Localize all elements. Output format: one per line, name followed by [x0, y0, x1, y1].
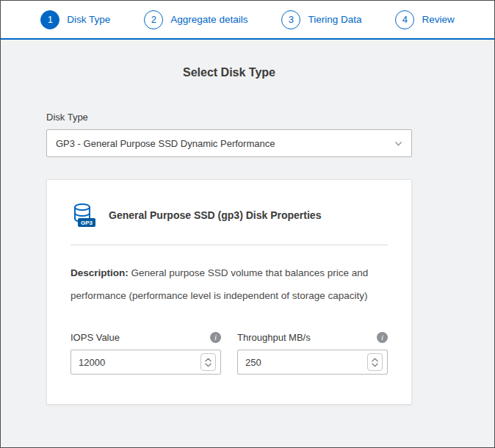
- gp3-disk-icon: GP3: [71, 202, 97, 228]
- disk-type-selected-value: GP3 - General Purpose SSD Dynamic Perfor…: [56, 138, 394, 149]
- stepper-up-icon: [372, 358, 378, 362]
- step-tiering-data[interactable]: 3 Tiering Data: [281, 10, 361, 29]
- throughput-input[interactable]: [238, 357, 367, 368]
- step-3-circle: 3: [281, 10, 300, 29]
- card-heading: General Purpose SSD (gp3) Disk Propertie…: [109, 209, 321, 221]
- wizard-body: Select Disk Type Disk Type GP3 - General…: [1, 40, 494, 447]
- throughput-label: Throughput MB/s: [237, 332, 311, 343]
- page-title: Select Disk Type: [46, 66, 412, 79]
- disk-type-label: Disk Type: [46, 112, 412, 123]
- iops-info-icon[interactable]: i: [210, 332, 221, 343]
- throughput-stepper[interactable]: [367, 353, 383, 371]
- disk-properties-card: GP3 General Purpose SSD (gp3) Disk Prope…: [46, 179, 412, 405]
- step-review[interactable]: 4 Review: [395, 10, 454, 29]
- description-label: Description:: [71, 267, 129, 278]
- step-2-label: Aggregate details: [170, 14, 248, 25]
- stepper-up-icon: [205, 358, 212, 362]
- wizard-window: 1 Disk Type 2 Aggregate details 3 Tierin…: [0, 0, 495, 448]
- step-4-circle: 4: [395, 10, 414, 29]
- step-1-circle: 1: [40, 10, 59, 29]
- svg-text:GP3: GP3: [81, 220, 93, 226]
- step-3-label: Tiering Data: [308, 14, 361, 25]
- iops-stepper[interactable]: [200, 353, 216, 371]
- step-1-label: Disk Type: [67, 14, 110, 25]
- iops-input[interactable]: [71, 357, 200, 368]
- throughput-info-icon[interactable]: i: [377, 332, 388, 343]
- step-disk-type[interactable]: 1 Disk Type: [40, 10, 110, 29]
- step-4-label: Review: [422, 14, 454, 25]
- stepper-down-icon: [205, 363, 212, 367]
- disk-type-select[interactable]: GP3 - General Purpose SSD Dynamic Perfor…: [46, 129, 412, 157]
- chevron-down-icon: [394, 140, 402, 148]
- wizard-stepper: 1 Disk Type 2 Aggregate details 3 Tierin…: [1, 1, 494, 40]
- stepper-down-icon: [372, 363, 378, 367]
- step-aggregate-details[interactable]: 2 Aggregate details: [144, 10, 248, 29]
- disk-description: Description: General purpose SSD volume …: [71, 261, 388, 307]
- card-divider: [71, 245, 388, 245]
- throughput-field: Throughput MB/s i: [237, 332, 388, 375]
- step-2-circle: 2: [144, 10, 163, 29]
- iops-label: IOPS Value: [71, 332, 120, 343]
- iops-field: IOPS Value i: [71, 332, 221, 375]
